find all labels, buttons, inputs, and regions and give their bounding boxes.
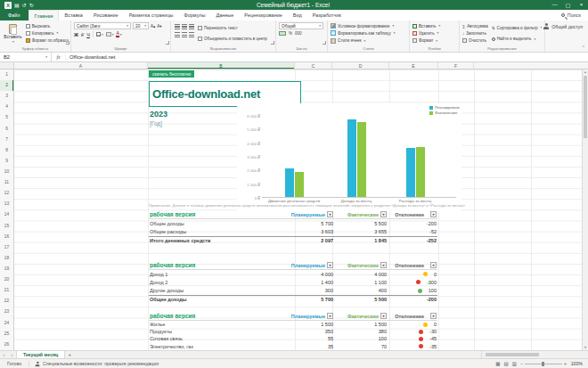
year-cell[interactable]: 2023	[150, 110, 167, 119]
filter-dropdown-icon[interactable]: ▾	[430, 262, 437, 268]
page-break-view-icon[interactable]: ▥	[512, 361, 517, 366]
table-row[interactable]: Итого денежных средств2 0971 845-252	[149, 236, 437, 245]
dialog-launcher-icon[interactable]	[271, 41, 274, 45]
filter-dropdown-icon[interactable]: ▾	[430, 313, 437, 319]
sheet-tab-current-month[interactable]: Текущий месяц	[16, 351, 65, 358]
row-header-4[interactable]: 4	[0, 102, 13, 112]
row-header-14[interactable]: 14	[0, 209, 13, 220]
collapse-ribbon-icon[interactable]: ^	[583, 45, 584, 50]
ribbon-tab-Вид[interactable]: Вид	[288, 10, 307, 20]
sheet-nav-left-icon[interactable]: ‹	[0, 351, 8, 358]
filter-dropdown-icon[interactable]: ▾	[380, 313, 387, 319]
scroll-up-icon[interactable]: ▲	[583, 70, 588, 75]
ribbon-tab-Вставка[interactable]: Вставка	[59, 10, 87, 20]
dialog-launcher-icon[interactable]	[66, 41, 69, 45]
redo-icon[interactable]: ↻	[29, 2, 34, 8]
italic-button[interactable]: К	[81, 32, 84, 37]
close-button[interactable]: ×	[575, 2, 588, 8]
row-header-1[interactable]: 1	[0, 70, 13, 80]
row-header-22[interactable]: 22	[0, 296, 13, 307]
dialog-launcher-icon[interactable]	[166, 41, 169, 45]
autosum-button[interactable]: ∑Автосумма	[462, 24, 488, 29]
table-row[interactable]: Доход 21 4001 100-300	[149, 278, 437, 286]
borders-button[interactable]: ▾	[96, 32, 103, 37]
fill-button[interactable]: ↓Заполнить	[462, 31, 488, 36]
font-color-button[interactable]: А▾	[116, 31, 121, 37]
paste-button[interactable]: Вставить▾	[3, 22, 23, 45]
filter-dropdown-icon[interactable]: ▾	[380, 211, 387, 217]
zoom-level[interactable]: 100%	[570, 361, 583, 366]
cut-button[interactable]: Вырезать	[26, 24, 69, 29]
align-bottom-icon[interactable]	[189, 24, 194, 29]
row-header-12[interactable]: 12	[0, 188, 13, 199]
cell-styles-button[interactable]: Стили ячеек▾	[331, 38, 407, 44]
search-box[interactable]: Поиск	[561, 12, 581, 18]
normal-view-icon[interactable]: ▦	[495, 361, 500, 366]
ribbon-tab-Разработчик[interactable]: Разработчик	[307, 10, 347, 20]
sort-filter-button[interactable]: ⇅Сортировка и фильтр▾	[492, 26, 543, 30]
budget-chart[interactable]: ПланируемыеФактические 6 000 ₽5 000 ₽4 0…	[237, 103, 461, 212]
comma-format-icon[interactable]: 000	[295, 31, 302, 36]
scrollbar-thumb[interactable]	[584, 76, 587, 138]
dialog-launcher-icon[interactable]	[323, 41, 326, 45]
font-size-select[interactable]: 20▾	[133, 22, 149, 29]
scroll-down-icon[interactable]: ▼	[583, 345, 588, 350]
ribbon-tab-Данные[interactable]: Данные	[210, 10, 239, 20]
column-header-E[interactable]: E	[389, 62, 438, 69]
zoom-knob[interactable]	[542, 362, 544, 366]
sheet-nav-right-icon[interactable]: ›	[8, 351, 16, 358]
clear-button[interactable]: Очистить	[462, 38, 488, 43]
conditional-formatting-button[interactable]: Условное форматирование▾	[331, 23, 407, 29]
align-right-icon[interactable]	[189, 32, 194, 37]
table-row[interactable]: Жилье1 5001 5000	[149, 321, 437, 328]
filter-dropdown-icon[interactable]: ▾	[430, 211, 437, 217]
ribbon-tab-Рисование[interactable]: Рисование	[88, 10, 124, 20]
select-all-corner[interactable]	[0, 62, 14, 69]
spreadsheet-grid[interactable]: 1234567891011121314151617181920212223242…	[0, 70, 588, 350]
align-middle-icon[interactable]	[182, 24, 187, 29]
ribbon-tab-Рецензирование[interactable]: Рецензирование	[239, 10, 287, 20]
filter-dropdown-icon[interactable]: ▾	[327, 262, 333, 268]
column-header-D[interactable]: D	[332, 62, 389, 69]
table-row[interactable]: Сотовая связь55100-45	[149, 335, 437, 342]
table-row[interactable]: Доход 14 0004 0000	[149, 270, 437, 278]
align-center-icon[interactable]	[182, 32, 187, 37]
row-header-18[interactable]: 18	[0, 253, 13, 264]
merge-center-button[interactable]: Объединить и поместить в центре▾	[198, 37, 267, 41]
accessibility-status[interactable]: Специальные возможности: проверьте реком…	[29, 361, 159, 367]
row-header-21[interactable]: 21	[0, 285, 13, 296]
share-button[interactable]: Общий доступ	[543, 23, 583, 29]
page-layout-view-icon[interactable]: ▤	[504, 361, 509, 366]
row-header-19[interactable]: 19	[0, 264, 13, 274]
align-top-icon[interactable]	[175, 24, 180, 29]
find-select-button[interactable]: Найти и выделить▾	[492, 37, 543, 41]
row-header-3[interactable]: 3	[0, 91, 13, 102]
underline-button[interactable]: Ч	[86, 32, 90, 37]
insert-cells-button[interactable]: Вставить▾	[412, 24, 457, 29]
number-format-select[interactable]: Общий▾	[279, 22, 323, 29]
table-row[interactable]: Электричество, газ3570-35	[149, 343, 437, 350]
column-header-F[interactable]: F	[438, 62, 474, 69]
table-row[interactable]: Общие доходы5 7005 500-200	[149, 219, 437, 228]
row-header-16[interactable]: 16	[0, 232, 13, 242]
currency-format-icon[interactable]	[279, 31, 286, 36]
row-header-25[interactable]: 25	[0, 329, 13, 339]
format-cells-button[interactable]: Формат▾	[412, 38, 457, 43]
row-header-20[interactable]: 20	[0, 274, 13, 285]
table-row[interactable]: Другие доходы300400100	[149, 287, 437, 295]
format-as-table-button[interactable]: Форматировать как таблицу▾	[331, 30, 407, 36]
ribbon-tab-Формулы[interactable]: Формулы	[179, 10, 211, 20]
copy-button[interactable]: Копировать▾	[26, 31, 69, 36]
font-name-select[interactable]: Calibri (Заго▾	[74, 22, 131, 29]
row-header-9[interactable]: 9	[0, 156, 13, 167]
vertical-scrollbar[interactable]: ▲ ▼	[582, 70, 588, 350]
delete-cells-button[interactable]: Удалить▾	[412, 31, 457, 36]
minimize-button[interactable]: —	[548, 2, 561, 8]
row-header-15[interactable]: 15	[0, 221, 13, 232]
horizontal-scrollbar[interactable]	[481, 351, 588, 358]
ribbon-tab-Разметка страницы[interactable]: Разметка страницы	[124, 10, 179, 20]
column-header-A[interactable]: A	[14, 62, 148, 69]
row-header-11[interactable]: 11	[0, 177, 13, 188]
row-header-6[interactable]: 6	[0, 124, 13, 135]
row-header-2[interactable]: 2	[0, 80, 13, 91]
